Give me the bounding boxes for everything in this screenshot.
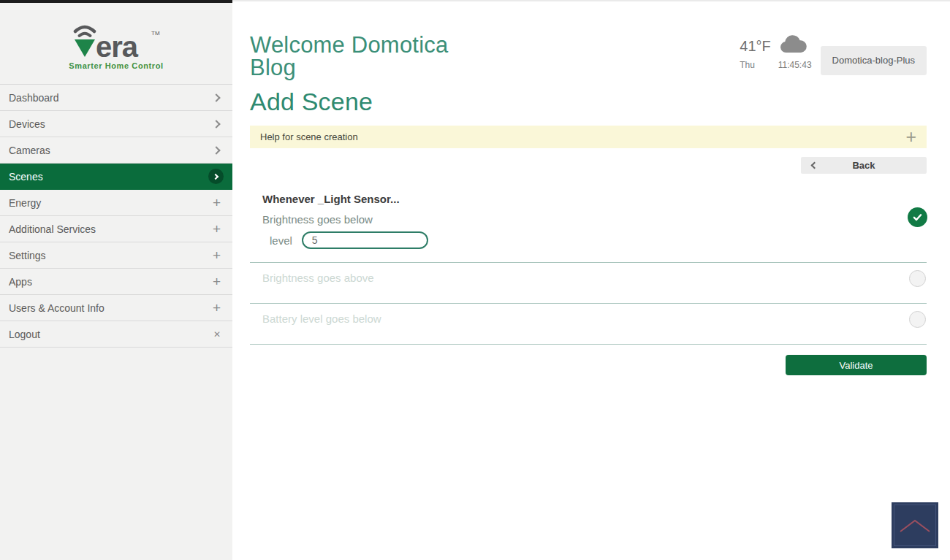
plus-icon: + <box>213 196 221 210</box>
sidebar-item-dashboard[interactable]: Dashboard <box>0 85 232 111</box>
sidebar-item-label: Energy <box>9 197 41 209</box>
sidebar-item-label: Cameras <box>9 145 50 156</box>
controller-name-button[interactable]: Domotica-blog-Plus <box>821 46 927 75</box>
header-right: 41°F Thu 11:45:43 Domotica-blog-Plus <box>740 34 927 79</box>
sidebar-item-additional-services[interactable]: Additional Services + <box>0 216 232 242</box>
vera-logo: era TM Smarter Home Control <box>0 3 232 84</box>
vera-logo-text: era <box>96 31 139 60</box>
chevron-left-icon <box>811 162 818 169</box>
plus-icon: + <box>213 222 221 236</box>
back-row: Back <box>250 157 927 174</box>
back-button-label: Back <box>852 160 875 171</box>
selected-check-icon[interactable] <box>908 207 927 227</box>
trigger-option-brightness-below: Brightness goes below level <box>250 205 927 263</box>
vera-logo-icon: era TM <box>69 22 163 60</box>
sidebar-item-logout[interactable]: Logout ✕ <box>0 321 232 348</box>
unselected-radio-icon[interactable] <box>909 270 926 287</box>
help-bar[interactable]: Help for scene creation + <box>250 126 927 148</box>
trigger-option-battery-below[interactable]: Battery level goes below <box>250 304 927 345</box>
sidebar-item-label: Logout <box>9 329 40 340</box>
sidebar-item-label: Settings <box>9 250 46 261</box>
sidebar-item-users-account-info[interactable]: Users & Account Info + <box>0 295 232 321</box>
vera-logo-tm: TM <box>151 30 160 37</box>
option-label: Battery level goes below <box>262 312 927 325</box>
main-content: Welcome Domotica Blog 41°F Thu 11:45:43 … <box>232 0 950 560</box>
plus-icon: + <box>213 248 221 262</box>
expand-plus-icon[interactable]: + <box>905 128 916 146</box>
chevron-right-icon <box>212 120 220 128</box>
sidebar-item-label: Dashboard <box>9 92 59 104</box>
scroll-to-top-button[interactable] <box>892 502 938 548</box>
sidebar: era TM Smarter Home Control Dashboard De… <box>0 0 232 560</box>
back-button[interactable]: Back <box>801 157 927 174</box>
cloud-icon <box>778 35 812 57</box>
sidebar-item-cameras[interactable]: Cameras <box>0 137 232 164</box>
option-label: Brightness goes above <box>262 272 927 284</box>
chevron-right-circle-icon <box>208 169 224 184</box>
weather-temperature: 41°F <box>740 38 770 55</box>
sidebar-item-label: Scenes <box>9 171 43 183</box>
level-field-row: level <box>262 231 927 249</box>
sidebar-item-apps[interactable]: Apps + <box>0 269 232 295</box>
weather-time: 11:45:43 <box>778 60 812 70</box>
sidebar-item-settings[interactable]: Settings + <box>0 242 232 269</box>
page-title: Add Scene <box>250 88 927 116</box>
weather-widget: 41°F Thu 11:45:43 <box>740 35 811 70</box>
sidebar-item-label: Additional Services <box>9 223 96 235</box>
level-field-label: level <box>270 234 292 247</box>
sidebar-item-scenes[interactable]: Scenes <box>0 164 232 190</box>
weather-day: Thu <box>740 60 770 70</box>
chevron-up-icon <box>897 518 932 534</box>
sidebar-item-label: Devices <box>9 118 45 130</box>
sidebar-menu: Dashboard Devices Cameras Scenes Energy … <box>0 84 232 348</box>
scene-trigger-section: Whenever _Light Sensor... Brightness goe… <box>250 193 927 375</box>
sidebar-item-label: Users & Account Info <box>9 302 104 314</box>
validate-button[interactable]: Validate <box>786 355 927 375</box>
unselected-radio-icon[interactable] <box>909 311 926 328</box>
plus-icon: + <box>213 301 221 315</box>
vera-tagline: Smarter Home Control <box>69 61 163 70</box>
trigger-option-brightness-above[interactable]: Brightness goes above <box>250 263 927 304</box>
sidebar-item-devices[interactable]: Devices <box>0 111 232 137</box>
plus-icon: + <box>213 275 221 288</box>
page-header: Welcome Domotica Blog 41°F Thu 11:45:43 … <box>250 1 927 79</box>
sidebar-item-label: Apps <box>9 276 32 288</box>
help-bar-label: Help for scene creation <box>260 131 358 142</box>
chevron-right-icon <box>212 93 220 101</box>
trigger-title: Whenever _Light Sensor... <box>250 193 927 205</box>
sidebar-item-energy[interactable]: Energy + <box>0 190 232 216</box>
option-label: Brightness goes below <box>262 213 927 226</box>
validate-row: Validate <box>250 355 927 375</box>
close-icon: ✕ <box>213 329 221 340</box>
chevron-right-icon <box>212 146 220 154</box>
level-input[interactable] <box>302 231 428 249</box>
welcome-title: Welcome Domotica Blog <box>250 34 476 79</box>
